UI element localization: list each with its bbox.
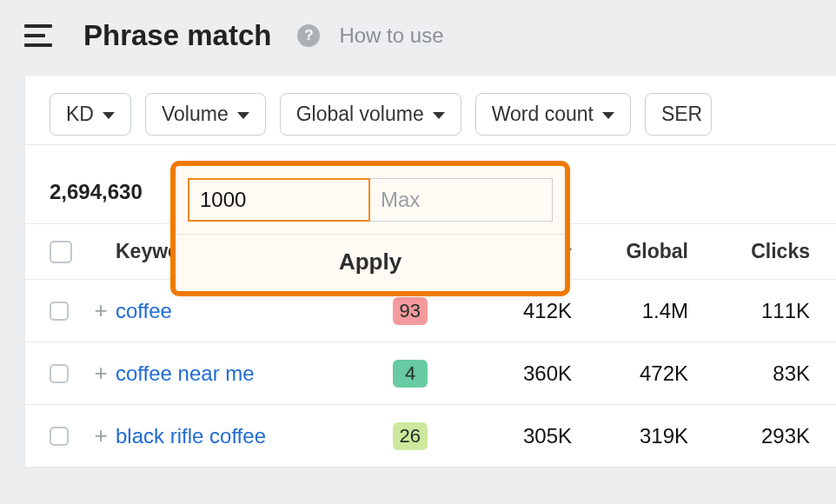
how-to-use-link[interactable]: How to use	[339, 23, 443, 48]
filter-serp-label: SER	[661, 103, 702, 126]
table-row: +black rifle coffee26305K319K293K	[25, 404, 836, 467]
cell-global: 319K	[575, 424, 688, 448]
volume-filter-popover: Apply	[170, 161, 570, 296]
add-icon[interactable]: +	[94, 360, 107, 387]
filter-volume[interactable]: Volume	[145, 93, 266, 136]
filter-serp[interactable]: SER	[645, 93, 712, 136]
volume-min-input[interactable]	[188, 178, 370, 222]
row-checkbox[interactable]	[50, 302, 69, 321]
cell-global: 472K	[575, 361, 688, 386]
apply-button[interactable]: Apply	[176, 234, 565, 291]
row-checkbox[interactable]	[50, 364, 69, 383]
keyword-link[interactable]: black rifle coffee	[116, 424, 266, 448]
cell-volume: 412K	[428, 299, 575, 323]
filter-word-count-label: Word count	[492, 103, 594, 126]
filter-kd[interactable]: KD	[50, 93, 131, 136]
filter-volume-label: Volume	[162, 103, 229, 126]
filter-kd-label: KD	[66, 103, 94, 126]
cell-global: 1.4M	[575, 299, 688, 323]
table-row: +coffee near me4360K472K83K	[25, 342, 836, 404]
kd-badge: 26	[393, 422, 428, 450]
filter-word-count[interactable]: Word count	[475, 93, 631, 136]
add-icon[interactable]: +	[94, 422, 107, 449]
keyword-link[interactable]: coffee	[116, 299, 172, 322]
chevron-down-icon	[237, 112, 249, 119]
add-icon[interactable]: +	[94, 297, 107, 324]
col-clicks-header[interactable]: Clicks	[688, 240, 810, 263]
filter-bar: KD Volume Global volume Word count SER	[25, 76, 836, 144]
kd-badge: 93	[393, 297, 428, 325]
cell-volume: 305K	[428, 424, 575, 448]
row-checkbox[interactable]	[50, 427, 69, 446]
help-icon[interactable]: ?	[297, 24, 320, 47]
menu-icon[interactable]	[24, 24, 52, 47]
results-total: 2,694,630	[50, 180, 143, 204]
keyword-link[interactable]: coffee near me	[116, 361, 255, 385]
chevron-down-icon	[103, 112, 115, 119]
select-all-checkbox[interactable]	[50, 241, 72, 263]
volume-max-input[interactable]	[370, 178, 553, 222]
chevron-down-icon	[433, 112, 445, 119]
kd-badge: 4	[393, 360, 428, 388]
cell-clicks: 111K	[688, 299, 810, 323]
cell-clicks: 293K	[688, 424, 810, 448]
cell-clicks: 83K	[688, 361, 810, 386]
filter-global-volume-label: Global volume	[296, 103, 424, 126]
col-global-header[interactable]: Global	[575, 240, 688, 263]
page-title: Phrase match	[83, 19, 271, 52]
cell-volume: 360K	[428, 361, 575, 386]
chevron-down-icon	[602, 112, 614, 119]
filter-global-volume[interactable]: Global volume	[280, 93, 461, 136]
